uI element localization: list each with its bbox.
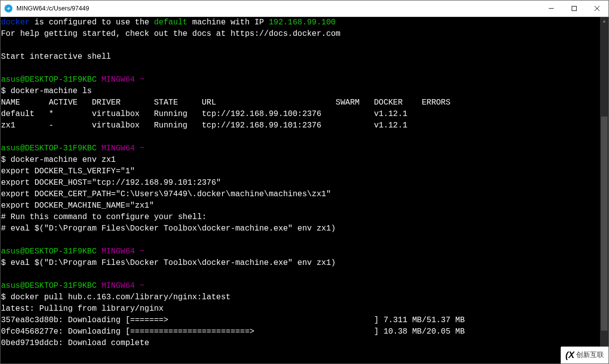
prompt-shell: MINGW64	[102, 144, 135, 153]
prompt-tilde: ~	[139, 247, 144, 256]
titlebar[interactable]: MINGW64:/c/Users/97449	[0, 0, 609, 17]
prompt-dollar: $	[1, 293, 10, 302]
banner-shell: Start interactive shell	[1, 52, 111, 61]
banner-help: For help getting started, check out the …	[1, 29, 341, 38]
output-line: export DOCKER_CERT_PATH="C:\Users\97449\…	[1, 190, 331, 199]
prompt-userhost: asus@DESKTOP-31F9KBC	[1, 75, 97, 84]
minimize-button[interactable]	[540, 0, 563, 16]
prompt-tilde: ~	[139, 281, 144, 290]
terminal-output[interactable]: docker is configured to use the default …	[0, 17, 600, 364]
scrollbar[interactable]: ▲ ▼	[600, 17, 609, 364]
banner-default-word: default	[154, 18, 187, 27]
prompt-userhost: asus@DESKTOP-31F9KBC	[1, 144, 97, 153]
output-line: latest: Pulling from library/nginx	[1, 304, 163, 313]
output-line: # Run this command to configure your she…	[1, 213, 207, 222]
minimize-icon	[549, 6, 554, 11]
prompt-shell: MINGW64	[102, 247, 135, 256]
svg-rect-1	[572, 6, 577, 11]
prompt-shell: MINGW64	[102, 75, 135, 84]
banner-text: is configured to use the	[30, 18, 154, 27]
banner-text: machine with IP	[187, 18, 268, 27]
prompt-dollar: $	[1, 258, 10, 267]
output-line: 357ea8c3d80b: Downloading [=======> ] 7.…	[1, 316, 465, 325]
banner-docker-word: docker	[1, 18, 30, 27]
command: docker-machine ls	[10, 87, 92, 96]
watermark-logo: (X	[566, 350, 575, 361]
maximize-icon	[572, 6, 577, 11]
output-line: default * virtualbox Running tcp://192.1…	[1, 110, 407, 119]
output-line: zx1 - virtualbox Running tcp://192.168.9…	[1, 121, 407, 130]
watermark: (X 创新互联	[561, 347, 609, 364]
output-line: export DOCKER_TLS_VERIFY="1"	[1, 167, 135, 176]
prompt-userhost: asus@DESKTOP-31F9KBC	[1, 247, 97, 256]
command: eval $("D:\Program Files\Docker Toolbox\…	[10, 258, 336, 267]
prompt-shell: MINGW64	[102, 281, 135, 290]
prompt-dollar: $	[1, 155, 10, 164]
output-line: export DOCKER_MACHINE_NAME="zx1"	[1, 201, 154, 210]
output-line: # eval $("D:\Program Files\Docker Toolbo…	[1, 224, 336, 233]
window-title: MINGW64:/c/Users/97449	[16, 5, 89, 12]
scroll-up-icon[interactable]: ▲	[600, 17, 609, 25]
command: docker pull hub.c.163.com/library/nginx:…	[10, 293, 231, 302]
output-line: 0bed9719ddcb: Download complete	[1, 339, 149, 348]
prompt-tilde: ~	[139, 75, 144, 84]
terminal-window: MINGW64:/c/Users/97449 docker is configu…	[0, 0, 609, 364]
watermark-text: 创新互联	[576, 351, 604, 360]
banner-ip: 192.168.99.100	[269, 18, 336, 27]
prompt-tilde: ~	[139, 144, 144, 153]
prompt-dollar: $	[1, 87, 10, 96]
command: docker-machine env zx1	[10, 155, 116, 164]
output-line: 0fc04568277e: Downloading [=============…	[1, 327, 465, 336]
output-line: NAME ACTIVE DRIVER STATE URL SWARM DOCKE…	[1, 98, 451, 107]
close-icon	[595, 6, 600, 11]
maximize-button[interactable]	[563, 0, 586, 16]
scroll-thumb[interactable]	[601, 117, 608, 331]
app-icon	[4, 4, 12, 12]
prompt-userhost: asus@DESKTOP-31F9KBC	[1, 281, 97, 290]
output-line: export DOCKER_HOST="tcp://192.168.99.101…	[1, 178, 221, 187]
close-button[interactable]	[586, 0, 609, 16]
